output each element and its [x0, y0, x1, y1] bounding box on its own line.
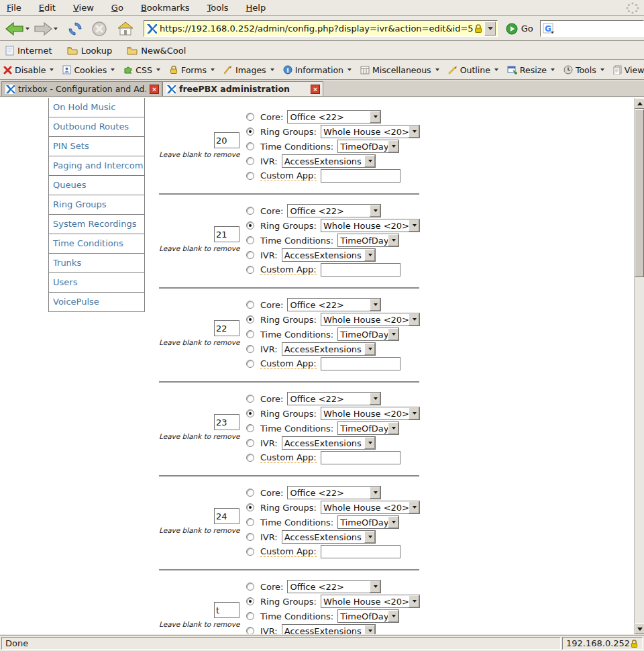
dropdown-arrow-icon[interactable]: [388, 610, 398, 622]
ring-groups-radio[interactable]: [246, 128, 254, 136]
time-conditions-select[interactable]: TimeOfDay: [337, 515, 399, 529]
webdev-cookies[interactable]: Cookies: [62, 65, 115, 75]
time-conditions-select[interactable]: TimeOfDay: [337, 328, 399, 341]
custom-app-radio[interactable]: [246, 172, 254, 180]
sidebar-item[interactable]: On Hold Music: [49, 98, 144, 117]
custom-app-input[interactable]: [321, 263, 400, 277]
time-conditions-radio[interactable]: [246, 424, 254, 432]
sidebar-item[interactable]: Queues: [49, 176, 144, 195]
url-bar[interactable]: https://192.168.0.252/admin/config.php?d…: [144, 20, 498, 37]
scroll-up-button[interactable]: [635, 98, 644, 109]
dropdown-arrow-icon[interactable]: [409, 313, 419, 326]
webdev-outline[interactable]: Outline: [448, 65, 498, 75]
dropdown-arrow-icon[interactable]: [364, 437, 375, 449]
sidebar-item[interactable]: Paging and Intercom: [49, 156, 144, 176]
tab-close-icon[interactable]: ×: [150, 85, 159, 94]
reload-button[interactable]: [66, 19, 85, 38]
menu-tools[interactable]: Tools: [207, 3, 229, 13]
bookmark-internet[interactable]: Internet: [5, 46, 52, 56]
custom-app-input[interactable]: [321, 545, 400, 558]
ivr-select[interactable]: AccessExtensions: [282, 248, 376, 262]
core-select[interactable]: Office <22>: [287, 204, 381, 217]
core-radio[interactable]: [246, 301, 254, 309]
url-dropdown-button[interactable]: [484, 21, 496, 36]
go-button[interactable]: Go: [506, 23, 533, 35]
ivr-select[interactable]: AccessExtensions: [282, 624, 376, 634]
ivr-select[interactable]: AccessExtensions: [282, 436, 376, 450]
bookmark-folder-lookup[interactable]: Lookup: [67, 46, 113, 56]
time-conditions-radio[interactable]: [246, 236, 254, 244]
sidebar-item[interactable]: Outbound Routes: [49, 117, 144, 137]
sidebar-item[interactable]: Trunks: [49, 254, 144, 273]
dropdown-arrow-icon[interactable]: [409, 407, 419, 419]
dropdown-arrow-icon[interactable]: [409, 219, 419, 232]
core-radio[interactable]: [246, 395, 254, 403]
sidebar-item[interactable]: VoicePulse: [49, 293, 144, 312]
back-button[interactable]: [4, 20, 31, 38]
time-conditions-select[interactable]: TimeOfDay: [337, 140, 399, 153]
time-conditions-radio[interactable]: [246, 612, 254, 620]
ring-groups-select[interactable]: Whole House <20>: [321, 595, 420, 608]
dropdown-arrow-icon[interactable]: [370, 581, 380, 593]
custom-app-input[interactable]: [321, 169, 400, 183]
ring-groups-radio[interactable]: [246, 221, 254, 230]
sidebar-item[interactable]: System Recordings: [49, 215, 144, 234]
dropdown-arrow-icon[interactable]: [364, 625, 375, 634]
scrollbar-thumb[interactable]: [635, 109, 644, 277]
tab-close-icon[interactable]: ×: [311, 85, 320, 94]
ivr-select[interactable]: AccessExtensions: [282, 342, 376, 356]
ring-groups-radio[interactable]: [246, 315, 254, 323]
core-radio[interactable]: [246, 583, 254, 591]
ring-groups-select[interactable]: Whole House <20>: [321, 407, 420, 420]
dropdown-arrow-icon[interactable]: [364, 155, 375, 167]
ivr-select[interactable]: AccessExtensions: [282, 530, 376, 544]
dropdown-arrow-icon[interactable]: [409, 501, 419, 513]
ivr-radio[interactable]: [246, 157, 254, 165]
webdev-resize[interactable]: Resize: [507, 65, 555, 75]
sidebar-item[interactable]: PIN Sets: [49, 137, 144, 156]
forward-dropdown-caret[interactable]: [54, 28, 58, 30]
dropdown-arrow-icon[interactable]: [409, 595, 419, 607]
dropdown-arrow-icon[interactable]: [364, 249, 375, 261]
custom-app-radio[interactable]: [246, 454, 254, 462]
ivr-radio[interactable]: [246, 251, 254, 259]
webdev-images[interactable]: Images: [223, 65, 274, 75]
dropdown-arrow-icon[interactable]: [409, 126, 419, 138]
webdev-tools[interactable]: Tools: [564, 65, 604, 75]
ivr-radio[interactable]: [246, 627, 254, 634]
tab-trixbox[interactable]: trixbox - Configuration and Ad... ×: [1, 81, 162, 96]
back-dropdown-caret[interactable]: [25, 28, 30, 30]
ivr-radio[interactable]: [246, 439, 254, 447]
menu-go[interactable]: Go: [111, 3, 123, 13]
time-conditions-select[interactable]: TimeOfDay: [337, 234, 399, 247]
menu-file[interactable]: File: [7, 3, 21, 13]
dropdown-arrow-icon[interactable]: [364, 531, 375, 543]
webdev-disable[interactable]: Disable: [3, 65, 54, 75]
ring-groups-select[interactable]: Whole House <20>: [321, 501, 420, 514]
entry-digit-input[interactable]: [214, 508, 239, 524]
dropdown-arrow-icon[interactable]: [388, 140, 398, 152]
dropdown-arrow-icon[interactable]: [370, 393, 380, 405]
webdev-css[interactable]: CSS: [123, 65, 160, 75]
time-conditions-radio[interactable]: [246, 330, 254, 338]
custom-app-radio[interactable]: [246, 266, 254, 274]
url-text[interactable]: https://192.168.0.252/admin/config.php?d…: [160, 23, 474, 34]
core-select[interactable]: Office <22>: [287, 580, 381, 593]
search-input[interactable]: G: [540, 20, 644, 37]
sidebar-item[interactable]: Users: [49, 273, 144, 293]
custom-app-radio[interactable]: [246, 360, 254, 368]
menu-help[interactable]: Help: [246, 3, 266, 13]
home-button[interactable]: [115, 19, 136, 38]
dropdown-arrow-icon[interactable]: [388, 516, 398, 528]
entry-digit-input[interactable]: [214, 602, 239, 618]
dropdown-arrow-icon[interactable]: [388, 234, 398, 246]
webdev-miscellaneous[interactable]: Miscellaneous: [360, 65, 439, 75]
webdev-information[interactable]: i Information: [283, 65, 352, 75]
dropdown-arrow-icon[interactable]: [388, 422, 398, 434]
core-radio[interactable]: [246, 489, 254, 497]
dropdown-arrow-icon[interactable]: [370, 205, 380, 217]
dropdown-arrow-icon[interactable]: [370, 299, 380, 311]
webdev-forms[interactable]: Forms: [169, 65, 215, 75]
forward-button[interactable]: [32, 20, 59, 38]
core-select[interactable]: Office <22>: [287, 298, 381, 311]
